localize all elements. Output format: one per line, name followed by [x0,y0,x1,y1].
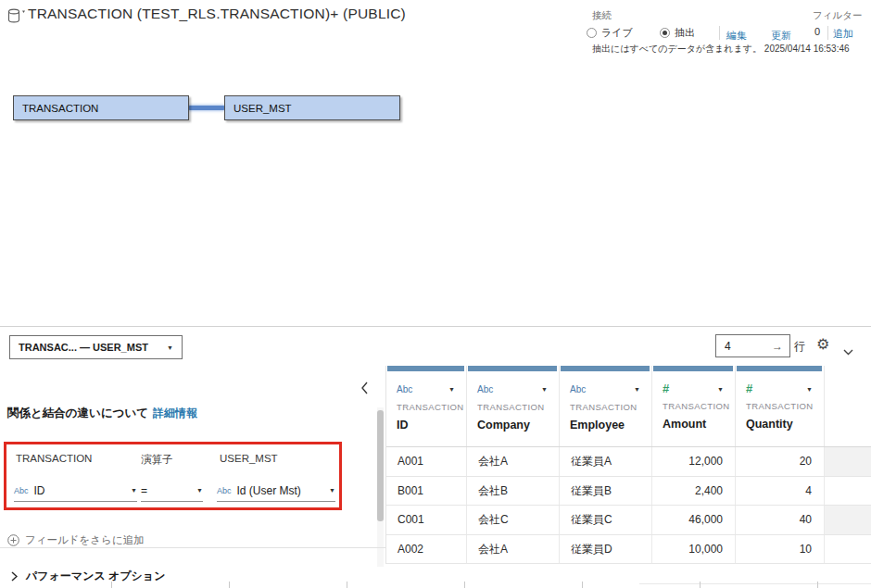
row-count-input[interactable]: 4 → [715,334,790,357]
column-header-id[interactable]: Abc▼TRANSACTIONID [386,366,467,446]
table-node-label: USER_MST [234,103,292,114]
column-menu-chevron-icon[interactable]: ▼ [448,386,455,393]
grid-cell[interactable]: 10,000 [652,535,736,564]
clause-right-table-label: USER_MST [220,453,278,464]
column-header-employee[interactable]: Abc▼TRANSACTIONEmployee [560,366,652,446]
empty-cell [825,447,871,476]
column-field-name: ID [397,419,466,432]
tick [817,582,818,588]
radio-selected-icon[interactable] [660,28,670,38]
grid-cell[interactable]: 会社C [467,506,560,534]
left-field-name: ID [34,484,45,497]
column-table-label: TRANSACTION [570,402,651,412]
column-header-company[interactable]: Abc▼TRANSACTIONCompany [467,366,560,446]
grid-cell[interactable]: 4 [736,477,825,506]
left-pane-scrollbar-thumb[interactable] [377,410,384,521]
add-more-fields-button[interactable]: フィールドをさらに追加 [7,533,145,547]
string-type-icon: Abc [397,384,412,394]
grid-cell[interactable]: 会社A [467,535,560,564]
clause-operator-label: 演算子 [141,453,173,467]
panel-divider [0,326,871,327]
details-link[interactable]: 詳細情報 [153,407,197,419]
heading-text: 関係と結合の違いについて [7,407,148,419]
column-menu-chevron-icon[interactable]: ▼ [541,386,548,393]
column-table-label: TRANSACTION [746,401,824,411]
empty-header-cell [825,366,871,446]
right-field-dropdown[interactable]: Abc Id (User Mst) ▼ [217,480,335,502]
collapse-grid-chevron-icon[interactable] [843,343,853,359]
column-table-label: TRANSACTION [397,402,466,412]
radio-unselected-icon[interactable] [587,28,597,38]
chevron-down-icon: ▼ [167,344,173,351]
left-field-dropdown[interactable]: Abc ID ▼ [14,480,137,502]
tick [582,582,583,588]
grid-cell[interactable]: A002 [386,535,467,564]
chevron-down-icon: ▼ [329,487,335,494]
column-field-name: Quantity [746,418,824,431]
relationship-selector-dropdown[interactable]: TRANSAC... — USER_MST ▼ [9,335,183,359]
table-row: A001会社A従業員A12,00020 [386,447,871,477]
divider [719,26,720,40]
table-node-user-mst[interactable]: USER_MST [224,95,400,120]
table-node-label: TRANSACTION [22,103,98,114]
extract-radio-label: 抽出 [675,26,695,40]
column-selected-bar [561,366,650,371]
datasource-database-icon[interactable] [6,7,29,26]
empty-cell [825,477,871,506]
grid-cell[interactable]: 12,000 [652,447,736,476]
edit-extract-link[interactable]: 編集 [726,29,747,43]
operator-dropdown[interactable]: = ▼ [141,480,203,502]
plus-circle-icon [7,534,19,546]
grid-cell[interactable]: 会社A [467,447,560,476]
column-field-name: Employee [570,419,651,432]
performance-options-toggle[interactable]: パフォーマンス オプション [11,569,165,584]
live-radio[interactable]: ライブ [587,26,633,40]
grid-cell[interactable]: 従業員D [560,535,652,564]
grid-cell[interactable]: C001 [386,506,467,534]
column-header-amount[interactable]: #▼TRANSACTIONAmount [652,366,736,446]
add-filter-link[interactable]: 追加 [833,27,853,41]
column-selected-bar [387,366,464,371]
grid-cell[interactable]: 46,000 [652,506,736,534]
refresh-extract-link[interactable]: 更新 [771,29,791,43]
grid-cell[interactable]: 2,400 [652,477,736,506]
connection-section-label: 接続 [592,9,612,22]
collapse-panel-chevron-icon[interactable] [360,382,369,398]
grid-cell[interactable]: 20 [736,447,825,476]
table-node-transaction[interactable]: TRANSACTION [13,95,189,120]
divider [827,26,828,40]
column-table-label: TRANSACTION [663,401,735,411]
number-type-icon: # [746,384,752,394]
grid-cell[interactable]: 従業員A [560,447,652,476]
column-menu-chevron-icon[interactable]: ▼ [717,386,724,393]
chevron-down-icon: ▼ [131,487,137,494]
filters-section-label: フィルター [813,9,862,22]
column-field-name: Amount [663,418,735,431]
column-menu-chevron-icon[interactable]: ▼ [634,386,640,393]
grid-cell[interactable]: A001 [386,447,467,476]
grid-cell[interactable]: 従業員B [560,477,652,506]
grid-cell[interactable]: 40 [736,506,825,534]
table-row: B001会社B従業員B2,4004 [386,477,871,507]
go-arrow-icon[interactable]: → [772,340,789,353]
number-type-icon: # [663,384,669,394]
performance-options-label: パフォーマンス オプション [26,569,165,584]
relationship-selector-label: TRANSAC... — USER_MST [19,342,148,353]
row-count-value: 4 [716,340,731,353]
string-type-icon: Abc [477,384,493,394]
grid-cell[interactable]: 10 [736,535,825,564]
extract-radio[interactable]: 抽出 [660,26,695,40]
page-title: TRANSACTION (TEST_RLS.TRANSACTION)+ (PUB… [28,6,406,22]
table-row: C001会社C従業員C46,00040 [386,506,871,535]
tick [464,582,465,588]
grid-cell[interactable]: 従業員C [560,506,652,534]
chevron-right-icon [11,571,18,582]
grid-cell[interactable]: B001 [386,477,467,506]
grid-cell[interactable]: 会社B [467,477,560,506]
add-more-fields-label: フィールドをさらに追加 [25,533,145,547]
settings-gear-icon[interactable]: ⚙ [816,335,829,353]
relationship-noodle[interactable] [188,106,225,110]
column-header-quantity[interactable]: #▼TRANSACTIONQuantity [736,366,825,446]
column-menu-chevron-icon[interactable]: ▼ [806,386,813,393]
column-table-label: TRANSACTION [477,402,559,412]
